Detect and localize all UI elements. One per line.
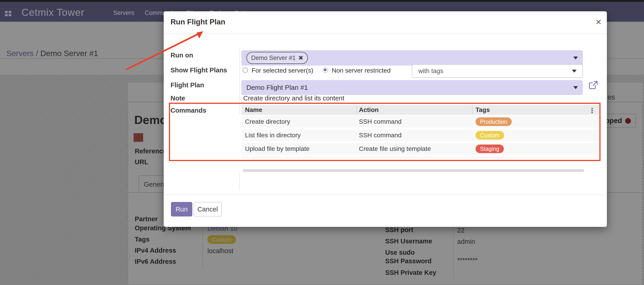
cancel-button[interactable]: Cancel [194, 202, 222, 217]
annotation-highlight-box [169, 103, 600, 161]
show-flight-plans-label: Show Flight Plans [170, 66, 227, 74]
menu-item-servers[interactable]: Servers [113, 9, 134, 16]
radio-non-server-restricted[interactable] [323, 67, 328, 73]
radio-for-selected-servers-label[interactable]: For selected server(s) [252, 67, 313, 74]
flight-plan-label: Flight Plan [170, 81, 204, 89]
close-icon[interactable]: × [593, 16, 604, 27]
apps-grid-icon[interactable] [5, 11, 12, 17]
flight-plan-caret-icon[interactable] [573, 86, 578, 89]
run-on-caret-icon[interactable] [573, 56, 578, 59]
flight-plan-field[interactable]: Demo Flight Plan #1 [242, 80, 583, 95]
tag-remove-icon[interactable]: ✖ [298, 54, 304, 61]
radio-for-selected-servers[interactable] [242, 67, 248, 73]
dialog-footer-divider [164, 195, 607, 195]
run-button[interactable]: Run [171, 202, 192, 217]
table-horizontal-scrollbar[interactable] [243, 169, 584, 172]
tags-filter-select[interactable]: with tags [412, 64, 583, 78]
dialog-header-divider [164, 33, 607, 34]
label-column-divider-lower [239, 172, 240, 190]
note-label: Note [170, 95, 185, 102]
run-on-server-tag[interactable]: Demo Server #1 ✖ [246, 52, 308, 64]
dialog-title: Run Flight Plan [170, 18, 225, 26]
note-value: Create directory and list its content [243, 95, 344, 102]
run-on-field[interactable]: Demo Server #1 ✖ [242, 50, 583, 66]
radio-non-server-restricted-label[interactable]: Non server restricted [332, 67, 390, 74]
window-top-edge [0, 0, 644, 2]
tags-filter-caret-icon [572, 70, 576, 73]
run-on-label: Run on [170, 51, 193, 59]
brand-title: Cetmix Tower [22, 7, 84, 18]
external-link-icon[interactable] [588, 80, 598, 90]
